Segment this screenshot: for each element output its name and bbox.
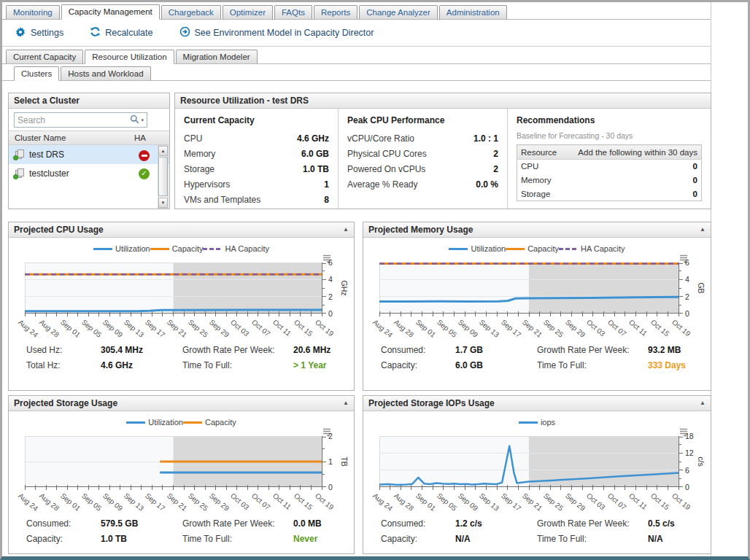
x-tick-label: Aug 28 [38,491,61,513]
app-window: MonitoringCapacity ManagementChargebackO… [0,0,750,560]
peak-cpu-section: Peak CPU Performance vCPU/Core Ratio1.0 … [339,109,508,209]
tab-current-capacity[interactable]: Current Capacity [6,50,83,64]
x-tick-label: Aug 24 [17,491,39,513]
recommendations-table: Resource Add the following within 30 day… [517,144,702,201]
x-tick-label: Sep 05 [80,318,103,339]
y-axis-unit: GB [697,282,705,293]
tab-monitoring[interactable]: Monitoring [6,5,60,20]
stat-label: Growth Rate Per Week: [182,518,293,529]
x-tick-label: Sep 21 [165,318,188,339]
stat-label: Consumed: [381,345,455,355]
stat-label: Capacity: [381,360,455,370]
stat-label: Used Hz: [26,345,101,355]
tab-faqts[interactable]: FAQts [274,5,312,20]
legend-item-ha-capacity[interactable]: HA Capacity [203,244,269,253]
tab-change-analyzer[interactable]: Change Analyzer [359,5,438,20]
tab-hosts-and-workload[interactable]: Hosts and Workload [61,66,150,81]
collapse-icon[interactable]: ▲ [343,400,349,406]
legend-line [559,248,578,250]
stat-label: Capacity: [381,534,455,544]
y-tick-label: 12 [685,448,694,457]
legend-item-capacity[interactable]: Capacity [183,418,236,427]
search-input[interactable] [15,115,130,125]
tab-capacity-management[interactable]: Capacity Management [61,4,160,20]
collapse-icon[interactable]: ▲ [700,227,705,233]
chart-stats: Used Hz:305.4 MHzGrowth Rate Per Week:20… [26,345,348,370]
y-tick-label: 0 [685,309,689,318]
stat-label: Growth Rate Per Week: [537,345,648,355]
x-tick-label: Aug 28 [393,318,415,339]
cluster-list-scrollbar[interactable]: ▲ ▼ [158,145,169,209]
cluster-row-test-drs[interactable]: test DRS [9,145,169,164]
column-cluster-name: Cluster Name [9,133,134,142]
stat-value: 6.0 GB [455,360,537,370]
stat-value: 1.7 GB [455,345,537,355]
stat-value: 579.5 GB [101,518,182,529]
legend-item-capacity[interactable]: Capacity [506,244,559,253]
x-tick-label: Sep 17 [500,318,522,339]
legend-item-utilization[interactable]: Utilization [93,244,150,253]
scroll-up-button[interactable]: ▲ [158,146,168,156]
scrollbar-thumb[interactable] [158,157,168,196]
y-tick-label: 0 [328,483,333,491]
x-tick-label: Oct 11 [627,491,649,511]
tab-migration-modeler[interactable]: Migration Modeler [176,50,258,64]
search-icon[interactable] [130,114,139,127]
x-tick-label: Oct 03 [229,318,251,338]
x-tick-label: Oct 11 [271,491,293,511]
current-capacity-title: Current Capacity [184,115,329,125]
environment-model-link[interactable]: See Environment Model in Capacity Direct… [179,26,374,39]
chart-legend: UtilizationCapacityHA Capacity [363,244,711,253]
x-tick-label: Oct 03 [585,318,607,338]
stat-label: Consumed: [381,518,455,529]
stat-label: Growth Rate Per Week: [537,518,648,529]
y-tick-label: 0 [685,483,689,491]
legend-item-iops[interactable]: iops [519,418,555,427]
tab-optimizer[interactable]: Optimizer [223,5,273,20]
search-options-caret-icon[interactable]: ▾ [139,117,147,123]
x-tick-label: Oct 07 [606,318,628,338]
y-axis-unit: TB [340,456,349,466]
collapse-icon[interactable]: ▲ [700,400,705,406]
chart-legend: UtilizationCapacityHA Capacity [9,244,354,253]
chart-panel-header: Projected Memory Usage ▲ [363,222,711,238]
metric-row-vms-and-templates: VMs and Templates8 [184,192,329,208]
legend-item-ha-capacity[interactable]: HA Capacity [559,244,625,253]
recommendation-row-storage: Storage0 [517,187,702,201]
collapse-icon[interactable]: ▲ [343,227,349,233]
recalculate-button[interactable]: Recalculate [90,26,152,39]
settings-button[interactable]: Settings [15,26,63,40]
y-tick-label: 6 [328,258,333,267]
legend-item-utilization[interactable]: Utilization [126,418,183,427]
scroll-down-button[interactable]: ▼ [158,198,168,208]
chart-legend: iops [363,418,711,427]
stat-value: Never [293,534,348,544]
legend-item-capacity[interactable]: Capacity [150,244,204,253]
chart-panel-header: Projected Storage IOPs Usage ▲ [363,396,711,411]
cluster-row-testcluster[interactable]: testcluster✓ [9,164,169,183]
stat-label: Time To Full: [537,360,648,370]
tab-administration[interactable]: Administration [439,5,507,20]
cluster-table-header: Cluster Name HA [9,131,169,145]
x-tick-label: Sep 25 [542,491,565,513]
y-tick-label: 0 [328,309,333,318]
tab-reports[interactable]: Reports [314,5,357,20]
tab-clusters[interactable]: Clusters [14,66,59,81]
chart-plot: 012TB [25,436,322,487]
x-tick-label: Oct 11 [271,318,293,338]
capacity-tab-bar: Current CapacityResource UtilizationMigr… [2,47,711,64]
x-tick-label: Oct 15 [293,491,314,511]
tab-resource-utilization[interactable]: Resource Utilization [85,50,174,64]
legend-item-utilization[interactable]: Utilization [449,244,506,253]
legend-line [183,421,202,424]
select-cluster-panel: Select a Cluster ▾ Cluster Name HA test … [8,93,170,209]
x-tick-label: Oct 19 [314,318,336,338]
y-tick-label: 6 [685,466,689,475]
legend-line [150,248,169,250]
x-tick-label: Sep 09 [457,491,479,513]
scrollbar-track[interactable] [158,156,168,198]
recommendations-title: Recommendations [517,115,702,125]
x-tick-label: Oct 15 [649,318,671,338]
x-tick-label: Sep 05 [436,318,458,339]
tab-chargeback[interactable]: Chargeback [161,5,221,20]
